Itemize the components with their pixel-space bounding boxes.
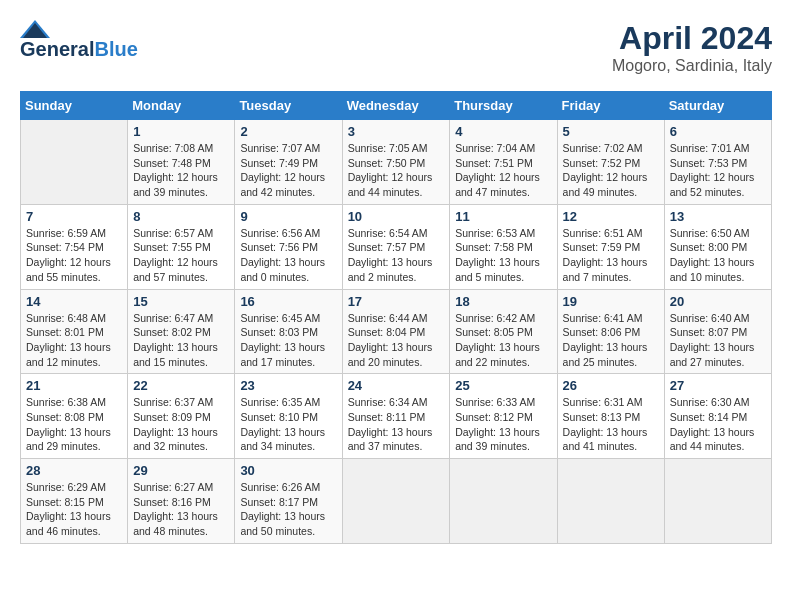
day-info: Sunrise: 6:50 AM Sunset: 8:00 PM Dayligh… <box>670 226 766 285</box>
calendar-cell: 3Sunrise: 7:05 AM Sunset: 7:50 PM Daylig… <box>342 120 450 205</box>
day-number: 27 <box>670 378 766 393</box>
day-info: Sunrise: 7:01 AM Sunset: 7:53 PM Dayligh… <box>670 141 766 200</box>
calendar-cell <box>342 459 450 544</box>
day-info: Sunrise: 7:05 AM Sunset: 7:50 PM Dayligh… <box>348 141 445 200</box>
calendar-cell: 21Sunrise: 6:38 AM Sunset: 8:08 PM Dayli… <box>21 374 128 459</box>
day-info: Sunrise: 6:40 AM Sunset: 8:07 PM Dayligh… <box>670 311 766 370</box>
logo-icon <box>20 20 50 38</box>
column-header-saturday: Saturday <box>664 92 771 120</box>
logo-blue: Blue <box>94 38 137 60</box>
day-info: Sunrise: 7:02 AM Sunset: 7:52 PM Dayligh… <box>563 141 659 200</box>
day-number: 7 <box>26 209 122 224</box>
calendar-cell: 17Sunrise: 6:44 AM Sunset: 8:04 PM Dayli… <box>342 289 450 374</box>
day-info: Sunrise: 6:34 AM Sunset: 8:11 PM Dayligh… <box>348 395 445 454</box>
calendar-cell: 25Sunrise: 6:33 AM Sunset: 8:12 PM Dayli… <box>450 374 557 459</box>
calendar-cell: 15Sunrise: 6:47 AM Sunset: 8:02 PM Dayli… <box>128 289 235 374</box>
calendar-cell: 12Sunrise: 6:51 AM Sunset: 7:59 PM Dayli… <box>557 204 664 289</box>
day-info: Sunrise: 6:48 AM Sunset: 8:01 PM Dayligh… <box>26 311 122 370</box>
day-number: 21 <box>26 378 122 393</box>
day-number: 16 <box>240 294 336 309</box>
day-number: 19 <box>563 294 659 309</box>
calendar-cell: 27Sunrise: 6:30 AM Sunset: 8:14 PM Dayli… <box>664 374 771 459</box>
day-number: 23 <box>240 378 336 393</box>
day-number: 29 <box>133 463 229 478</box>
calendar-cell: 24Sunrise: 6:34 AM Sunset: 8:11 PM Dayli… <box>342 374 450 459</box>
calendar-cell: 18Sunrise: 6:42 AM Sunset: 8:05 PM Dayli… <box>450 289 557 374</box>
day-number: 6 <box>670 124 766 139</box>
day-info: Sunrise: 6:59 AM Sunset: 7:54 PM Dayligh… <box>26 226 122 285</box>
day-info: Sunrise: 6:38 AM Sunset: 8:08 PM Dayligh… <box>26 395 122 454</box>
title-block: April 2024 Mogoro, Sardinia, Italy <box>612 20 772 75</box>
week-row-1: 1Sunrise: 7:08 AM Sunset: 7:48 PM Daylig… <box>21 120 772 205</box>
calendar-cell: 4Sunrise: 7:04 AM Sunset: 7:51 PM Daylig… <box>450 120 557 205</box>
calendar-cell: 20Sunrise: 6:40 AM Sunset: 8:07 PM Dayli… <box>664 289 771 374</box>
column-header-wednesday: Wednesday <box>342 92 450 120</box>
day-number: 3 <box>348 124 445 139</box>
calendar-cell: 9Sunrise: 6:56 AM Sunset: 7:56 PM Daylig… <box>235 204 342 289</box>
day-info: Sunrise: 6:30 AM Sunset: 8:14 PM Dayligh… <box>670 395 766 454</box>
day-number: 12 <box>563 209 659 224</box>
calendar-cell: 28Sunrise: 6:29 AM Sunset: 8:15 PM Dayli… <box>21 459 128 544</box>
calendar-cell: 2Sunrise: 7:07 AM Sunset: 7:49 PM Daylig… <box>235 120 342 205</box>
calendar-subtitle: Mogoro, Sardinia, Italy <box>612 57 772 75</box>
day-number: 11 <box>455 209 551 224</box>
day-number: 18 <box>455 294 551 309</box>
calendar-cell: 13Sunrise: 6:50 AM Sunset: 8:00 PM Dayli… <box>664 204 771 289</box>
day-info: Sunrise: 6:26 AM Sunset: 8:17 PM Dayligh… <box>240 480 336 539</box>
day-info: Sunrise: 7:07 AM Sunset: 7:49 PM Dayligh… <box>240 141 336 200</box>
day-number: 28 <box>26 463 122 478</box>
day-info: Sunrise: 6:57 AM Sunset: 7:55 PM Dayligh… <box>133 226 229 285</box>
day-info: Sunrise: 6:56 AM Sunset: 7:56 PM Dayligh… <box>240 226 336 285</box>
day-info: Sunrise: 6:31 AM Sunset: 8:13 PM Dayligh… <box>563 395 659 454</box>
logo-general: General <box>20 38 94 60</box>
calendar-cell: 1Sunrise: 7:08 AM Sunset: 7:48 PM Daylig… <box>128 120 235 205</box>
day-number: 4 <box>455 124 551 139</box>
day-number: 10 <box>348 209 445 224</box>
day-info: Sunrise: 7:08 AM Sunset: 7:48 PM Dayligh… <box>133 141 229 200</box>
day-info: Sunrise: 6:54 AM Sunset: 7:57 PM Dayligh… <box>348 226 445 285</box>
day-number: 24 <box>348 378 445 393</box>
calendar-title: April 2024 <box>612 20 772 57</box>
day-info: Sunrise: 6:41 AM Sunset: 8:06 PM Dayligh… <box>563 311 659 370</box>
day-number: 30 <box>240 463 336 478</box>
day-info: Sunrise: 6:37 AM Sunset: 8:09 PM Dayligh… <box>133 395 229 454</box>
day-number: 5 <box>563 124 659 139</box>
logo: GeneralBlue <box>20 20 138 61</box>
day-info: Sunrise: 7:04 AM Sunset: 7:51 PM Dayligh… <box>455 141 551 200</box>
day-info: Sunrise: 6:27 AM Sunset: 8:16 PM Dayligh… <box>133 480 229 539</box>
day-number: 17 <box>348 294 445 309</box>
day-info: Sunrise: 6:47 AM Sunset: 8:02 PM Dayligh… <box>133 311 229 370</box>
calendar-cell <box>21 120 128 205</box>
column-header-tuesday: Tuesday <box>235 92 342 120</box>
day-number: 22 <box>133 378 229 393</box>
column-header-friday: Friday <box>557 92 664 120</box>
calendar-cell: 22Sunrise: 6:37 AM Sunset: 8:09 PM Dayli… <box>128 374 235 459</box>
day-number: 9 <box>240 209 336 224</box>
calendar-table: SundayMondayTuesdayWednesdayThursdayFrid… <box>20 91 772 544</box>
column-header-monday: Monday <box>128 92 235 120</box>
calendar-cell <box>557 459 664 544</box>
calendar-cell: 26Sunrise: 6:31 AM Sunset: 8:13 PM Dayli… <box>557 374 664 459</box>
calendar-body: 1Sunrise: 7:08 AM Sunset: 7:48 PM Daylig… <box>21 120 772 544</box>
day-number: 15 <box>133 294 229 309</box>
day-info: Sunrise: 6:35 AM Sunset: 8:10 PM Dayligh… <box>240 395 336 454</box>
calendar-header-row: SundayMondayTuesdayWednesdayThursdayFrid… <box>21 92 772 120</box>
calendar-cell: 5Sunrise: 7:02 AM Sunset: 7:52 PM Daylig… <box>557 120 664 205</box>
day-number: 25 <box>455 378 551 393</box>
day-info: Sunrise: 6:51 AM Sunset: 7:59 PM Dayligh… <box>563 226 659 285</box>
week-row-3: 14Sunrise: 6:48 AM Sunset: 8:01 PM Dayli… <box>21 289 772 374</box>
column-header-thursday: Thursday <box>450 92 557 120</box>
day-info: Sunrise: 6:29 AM Sunset: 8:15 PM Dayligh… <box>26 480 122 539</box>
day-info: Sunrise: 6:33 AM Sunset: 8:12 PM Dayligh… <box>455 395 551 454</box>
day-number: 2 <box>240 124 336 139</box>
day-info: Sunrise: 6:44 AM Sunset: 8:04 PM Dayligh… <box>348 311 445 370</box>
calendar-cell: 11Sunrise: 6:53 AM Sunset: 7:58 PM Dayli… <box>450 204 557 289</box>
week-row-2: 7Sunrise: 6:59 AM Sunset: 7:54 PM Daylig… <box>21 204 772 289</box>
column-header-sunday: Sunday <box>21 92 128 120</box>
day-number: 8 <box>133 209 229 224</box>
calendar-cell <box>664 459 771 544</box>
day-info: Sunrise: 6:45 AM Sunset: 8:03 PM Dayligh… <box>240 311 336 370</box>
week-row-5: 28Sunrise: 6:29 AM Sunset: 8:15 PM Dayli… <box>21 459 772 544</box>
week-row-4: 21Sunrise: 6:38 AM Sunset: 8:08 PM Dayli… <box>21 374 772 459</box>
calendar-cell: 7Sunrise: 6:59 AM Sunset: 7:54 PM Daylig… <box>21 204 128 289</box>
